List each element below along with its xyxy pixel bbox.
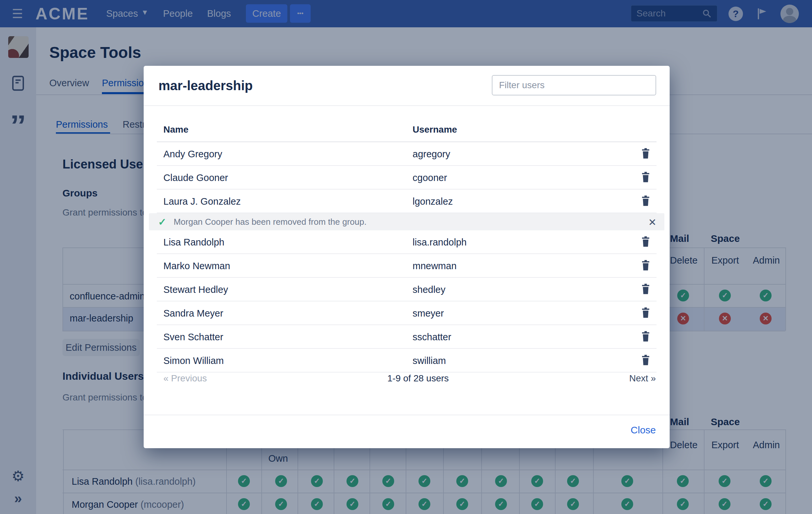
member-row: Andy Gregoryagregory	[157, 142, 657, 166]
success-message: Morgan Cooper has been removed from the …	[174, 217, 367, 227]
member-row: Laura J. Gonzalezlgonzalez	[157, 190, 657, 213]
member-username: agregory	[412, 149, 450, 160]
member-name: Andy Gregory	[164, 149, 222, 160]
members-table: Name Username Andy GregoryagregoryClaude…	[157, 118, 657, 373]
dialog-title: mar-leadership	[158, 78, 253, 93]
remove-member-trash-icon[interactable]	[641, 195, 650, 206]
remove-member-trash-icon[interactable]	[641, 236, 650, 247]
remove-member-trash-icon[interactable]	[641, 260, 650, 271]
app-screen: ☰ ACME Spaces ▼ People Blogs Create ••• …	[0, 0, 812, 514]
pagination-info: 1-9 of 28 users	[387, 373, 449, 384]
previous-page-button[interactable]: « Previous	[164, 373, 207, 384]
remove-member-trash-icon[interactable]	[641, 283, 650, 295]
member-row: Lisa Randolphlisa.randolph	[157, 231, 657, 254]
filter-users-input[interactable]	[492, 75, 656, 96]
success-check-icon: ✓	[158, 216, 166, 228]
member-row: Sven Schattersschatter	[157, 325, 657, 349]
member-username: shedley	[412, 284, 445, 295]
remove-member-trash-icon[interactable]	[641, 148, 650, 159]
col-name: Name	[164, 125, 188, 135]
member-name: Simon William	[164, 355, 224, 366]
member-username: sschatter	[412, 332, 452, 343]
remove-member-trash-icon[interactable]	[641, 331, 650, 342]
member-username: lisa.randolph	[412, 237, 466, 248]
member-row: Stewart Hedleyshedley	[157, 278, 657, 301]
col-username: Username	[412, 125, 457, 135]
member-username: smeyer	[412, 308, 444, 319]
member-row: Sandra Meyersmeyer	[157, 301, 657, 325]
member-username: mnewman	[412, 261, 457, 271]
group-members-dialog: mar-leadership Name Username Andy Gregor…	[144, 66, 670, 448]
member-name: Laura J. Gonzalez	[164, 196, 241, 207]
banner-close-icon[interactable]: ✕	[648, 217, 657, 228]
members-pagination: « Previous 1-9 of 28 users Next »	[157, 367, 657, 390]
remove-member-trash-icon[interactable]	[641, 354, 650, 366]
member-row: Marko Newmanmnewman	[157, 254, 657, 278]
success-banner: ✓ Morgan Cooper has been removed from th…	[149, 213, 664, 231]
remove-member-trash-icon[interactable]	[641, 307, 650, 318]
member-name: Claude Gooner	[164, 172, 228, 183]
member-name: Stewart Hedley	[164, 284, 228, 295]
member-name: Marko Newman	[164, 261, 230, 271]
close-dialog-link[interactable]: Close	[631, 425, 656, 436]
member-username: swilliam	[412, 355, 446, 366]
member-name: Lisa Randolph	[164, 237, 224, 248]
member-name: Sandra Meyer	[164, 308, 223, 319]
member-row: Claude Goonercgooner	[157, 166, 657, 190]
member-name: Sven Schatter	[164, 332, 223, 343]
remove-member-trash-icon[interactable]	[641, 171, 650, 183]
next-page-button[interactable]: Next »	[629, 373, 656, 384]
member-username: lgonzalez	[412, 196, 453, 207]
members-table-header: Name Username	[157, 118, 657, 142]
member-username: cgooner	[412, 172, 447, 183]
